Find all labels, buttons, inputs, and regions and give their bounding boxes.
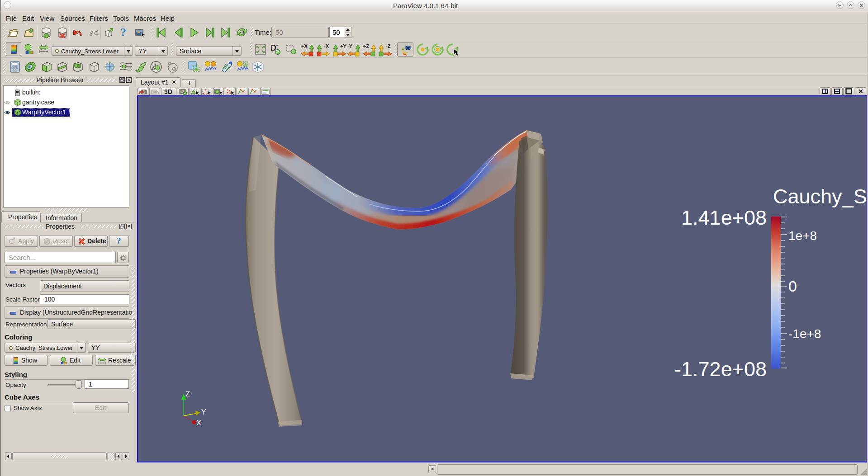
svg-text:-Z: -Z	[386, 43, 391, 49]
svg-text:Y: Y	[201, 408, 206, 416]
svg-text:Z: Z	[185, 390, 190, 398]
svg-text:X: X	[196, 419, 201, 427]
svg-text:+X: +X	[301, 43, 308, 49]
svg-text:?: ?	[120, 26, 126, 39]
svg-text:1e+8: 1e+8	[788, 229, 817, 243]
svg-text:-Y: -Y	[347, 43, 353, 49]
svg-text:Cauchy_S: Cauchy_S	[773, 185, 867, 208]
svg-text:0: 0	[788, 278, 797, 295]
svg-text:1.41e+08: 1.41e+08	[681, 206, 767, 229]
svg-text:-1e+8: -1e+8	[788, 327, 821, 341]
svg-text:+Z: +Z	[363, 43, 369, 49]
svg-text:-X: -X	[324, 43, 329, 49]
svg-text:-1.72e+08: -1.72e+08	[674, 358, 767, 381]
svg-text:+Y: +Y	[340, 43, 346, 49]
